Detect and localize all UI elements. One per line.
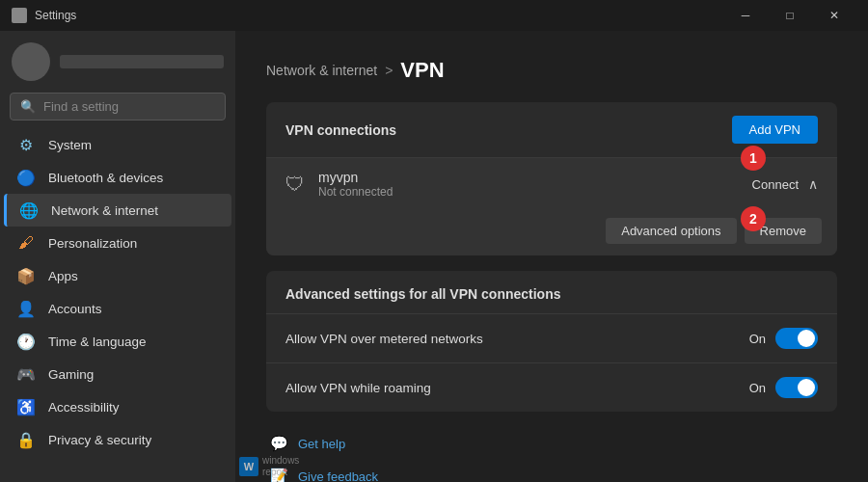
search-input[interactable] xyxy=(43,99,215,114)
sidebar: 🔍 ⚙ System 🔵 Bluetooth & devices 🌐 Netwo… xyxy=(0,31,235,482)
close-button[interactable]: ✕ xyxy=(812,0,856,31)
toggle-metered[interactable] xyxy=(775,328,818,349)
annotation-1: 1 xyxy=(741,146,766,171)
privacy-icon: 🔒 xyxy=(17,431,35,448)
get-help-link[interactable]: 💬 Get help xyxy=(266,427,837,460)
vpn-connections-card: VPN connections Add VPN 🛡 myvpn Not conn… xyxy=(266,102,837,255)
sidebar-item-label-bluetooth: Bluetooth & devices xyxy=(48,171,163,185)
sidebar-item-accounts[interactable]: 👤 Accounts xyxy=(4,292,231,325)
vpn-status: Not connected xyxy=(318,185,393,199)
vpn-entry-left: 🛡 myvpn Not connected xyxy=(285,170,393,199)
app-icon xyxy=(12,8,27,23)
titlebar-controls: ─ □ ✕ xyxy=(723,0,856,31)
sidebar-item-system[interactable]: ⚙ System xyxy=(4,128,231,161)
accessibility-icon: ♿ xyxy=(17,398,35,415)
clock-icon: 🕐 xyxy=(17,333,35,350)
sidebar-item-network[interactable]: 🌐 Network & internet xyxy=(4,194,231,227)
breadcrumb-current: VPN xyxy=(400,58,444,83)
network-icon: 🌐 xyxy=(20,201,38,219)
vpn-actions: 2 Advanced options Remove xyxy=(266,210,837,255)
toggle-label-metered: Allow VPN over metered networks xyxy=(285,332,483,346)
give-feedback-label: Give feedback xyxy=(298,469,378,483)
windows-report-logo: W windowsreport xyxy=(239,455,299,478)
toggle-roaming[interactable] xyxy=(775,377,818,398)
profile-area xyxy=(0,31,235,89)
search-icon: 🔍 xyxy=(20,99,36,114)
main-content: Network & internet > VPN VPN connections… xyxy=(235,31,868,482)
breadcrumb-parent[interactable]: Network & internet xyxy=(266,63,377,78)
toggle-knob-metered xyxy=(798,330,815,347)
sidebar-item-bluetooth[interactable]: 🔵 Bluetooth & devices xyxy=(4,161,231,194)
gaming-icon: 🎮 xyxy=(17,365,35,383)
minimize-button[interactable]: ─ xyxy=(723,0,768,31)
sidebar-item-privacy[interactable]: 🔒 Privacy & security xyxy=(4,423,231,456)
brush-icon: 🖌 xyxy=(17,234,35,252)
vpn-entry: 🛡 myvpn Not connected 1 Connect ∧ xyxy=(266,157,837,255)
sidebar-item-label-accounts: Accounts xyxy=(48,302,102,316)
sidebar-item-label-time: Time & language xyxy=(48,335,147,349)
toggle-state-metered: On xyxy=(749,332,766,346)
chevron-up-icon[interactable]: ∧ xyxy=(808,176,818,192)
connect-button[interactable]: Connect xyxy=(752,177,799,192)
toggle-label-roaming: Allow VPN while roaming xyxy=(285,381,431,395)
sidebar-item-label-accessibility: Accessibility xyxy=(48,400,120,415)
sidebar-item-label-apps: Apps xyxy=(48,269,78,283)
get-help-label: Get help xyxy=(298,437,345,451)
sidebar-item-time[interactable]: 🕐 Time & language xyxy=(4,325,231,358)
help-links: 💬 Get help 📝 Give feedback xyxy=(266,427,837,482)
sidebar-item-label-system: System xyxy=(48,138,92,152)
vpn-name: myvpn xyxy=(318,170,393,185)
app-body: 🔍 ⚙ System 🔵 Bluetooth & devices 🌐 Netwo… xyxy=(0,31,868,482)
system-icon: ⚙ xyxy=(17,136,35,153)
vpn-info: myvpn Not connected xyxy=(318,170,393,199)
search-box[interactable]: 🔍 xyxy=(10,93,226,120)
wr-text: windowsreport xyxy=(262,455,299,478)
give-feedback-link[interactable]: 📝 Give feedback xyxy=(266,460,837,482)
titlebar-left: Settings xyxy=(12,8,76,23)
annotation-2: 2 xyxy=(741,206,766,231)
avatar xyxy=(12,42,50,81)
sidebar-item-gaming[interactable]: 🎮 Gaming xyxy=(4,358,231,390)
sidebar-item-label-network: Network & internet xyxy=(51,203,158,218)
maximize-button[interactable]: □ xyxy=(768,0,812,31)
sidebar-item-apps[interactable]: 📦 Apps xyxy=(4,259,231,292)
toggle-state-roaming: On xyxy=(749,381,766,395)
vpn-entry-main: 🛡 myvpn Not connected 1 Connect ∧ xyxy=(266,158,837,210)
breadcrumb-separator: > xyxy=(385,63,393,78)
vpn-connections-label: VPN connections xyxy=(285,122,396,138)
advanced-options-button[interactable]: Advanced options xyxy=(606,218,736,244)
toggle-row-metered: Allow VPN over metered networks On xyxy=(266,313,837,362)
apps-icon: 📦 xyxy=(17,267,35,284)
sidebar-item-label-personalization: Personalization xyxy=(48,236,137,251)
titlebar: Settings ─ □ ✕ xyxy=(0,0,868,31)
toggle-right-metered: On xyxy=(749,328,818,349)
add-vpn-button[interactable]: Add VPN xyxy=(732,116,818,144)
get-help-icon: 💬 xyxy=(270,435,288,452)
vpn-entry-right: 1 Connect ∧ xyxy=(752,176,818,192)
sidebar-item-label-gaming: Gaming xyxy=(48,367,94,382)
shield-icon: 🛡 xyxy=(285,174,305,196)
sidebar-item-accessibility[interactable]: ♿ Accessibility xyxy=(4,390,231,423)
toggle-row-roaming: Allow VPN while roaming On xyxy=(266,362,837,412)
profile-info xyxy=(60,55,224,68)
accounts-icon: 👤 xyxy=(17,300,35,317)
bluetooth-icon: 🔵 xyxy=(17,169,35,186)
breadcrumb: Network & internet > VPN xyxy=(266,58,837,83)
adv-settings-title: Advanced settings for all VPN connection… xyxy=(266,271,837,313)
toggle-knob-roaming xyxy=(798,379,815,396)
toggle-right-roaming: On xyxy=(749,377,818,398)
sidebar-item-label-privacy: Privacy & security xyxy=(48,433,151,447)
advanced-settings-card: Advanced settings for all VPN connection… xyxy=(266,271,837,412)
titlebar-title: Settings xyxy=(35,9,76,22)
wr-icon: W xyxy=(239,457,258,476)
sidebar-item-personalization[interactable]: 🖌 Personalization xyxy=(4,227,231,259)
